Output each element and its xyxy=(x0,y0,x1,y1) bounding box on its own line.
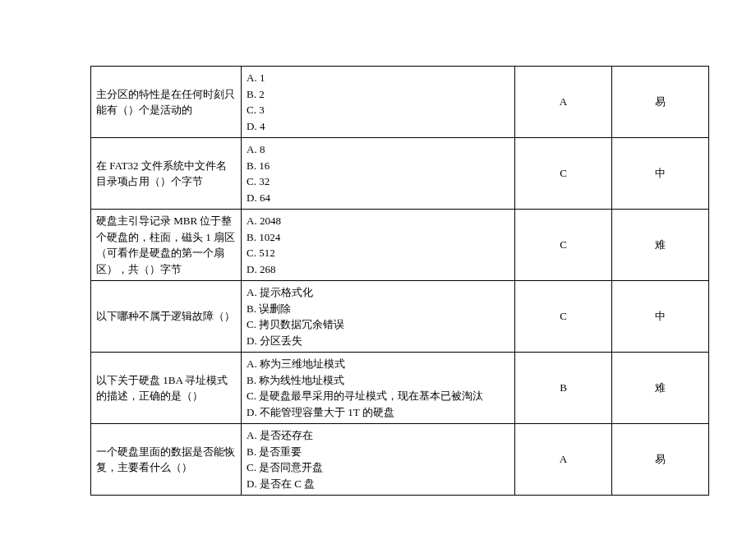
option-c: C. 3 xyxy=(247,102,509,118)
table-row: 一个硬盘里面的数据是否能恢复，主要看什么（） A. 是否还存在 B. 是否重要 … xyxy=(91,424,709,496)
option-a: A. 提示格式化 xyxy=(247,284,509,301)
option-a: A. 8 xyxy=(247,141,509,158)
options-cell: A. 2048 B. 1024 C. 512 D. 268 xyxy=(242,210,515,281)
question-table: 主分区的特性是在任何时刻只能有（）个是活动的 A. 1 B. 2 C. 3 D.… xyxy=(90,66,709,496)
table-row: 以下哪种不属于逻辑故障（） A. 提示格式化 B. 误删除 C. 拷贝数据冗余错… xyxy=(91,281,709,353)
option-a: A. 2048 xyxy=(247,213,509,229)
answer-cell: B xyxy=(515,353,612,424)
option-b: B. 称为线性地址模式 xyxy=(247,372,509,389)
option-d: D. 不能管理容量大于 1T 的硬盘 xyxy=(247,404,509,421)
option-b: B. 2 xyxy=(247,86,509,103)
options-cell: A. 8 B. 16 C. 32 D. 64 xyxy=(242,138,515,210)
option-b: B. 是否重要 xyxy=(247,444,509,460)
option-c: C. 是否同意开盘 xyxy=(247,459,509,476)
answer-cell: A xyxy=(515,424,612,496)
option-a: A. 是否还存在 xyxy=(247,427,509,444)
question-cell: 一个硬盘里面的数据是否能恢复，主要看什么（） xyxy=(91,424,242,496)
options-cell: A. 提示格式化 B. 误删除 C. 拷贝数据冗余错误 D. 分区丢失 xyxy=(242,281,515,353)
table-row: 在 FAT32 文件系统中文件名目录项占用（）个字节 A. 8 B. 16 C.… xyxy=(91,138,709,210)
table-row: 硬盘主引导记录 MBR 位于整个硬盘的，柱面，磁头 1 扇区（可看作是硬盘的第一… xyxy=(91,210,709,281)
table-row: 以下关于硬盘 1BA 寻址模式的描述，正确的是（） A. 称为三维地址模式 B.… xyxy=(91,353,709,424)
option-b: B. 误删除 xyxy=(247,301,509,317)
answer-cell: C xyxy=(515,138,612,210)
option-d: D. 4 xyxy=(247,118,509,135)
option-a: A. 1 xyxy=(247,70,509,86)
difficulty-cell: 中 xyxy=(612,281,709,353)
option-b: B. 16 xyxy=(247,158,509,174)
option-c: C. 拷贝数据冗余错误 xyxy=(247,316,509,333)
option-b: B. 1024 xyxy=(247,229,509,246)
options-cell: A. 1 B. 2 C. 3 D. 4 xyxy=(242,67,515,138)
question-cell: 以下哪种不属于逻辑故障（） xyxy=(91,281,242,353)
options-cell: A. 是否还存在 B. 是否重要 C. 是否同意开盘 D. 是否在 C 盘 xyxy=(242,424,515,496)
option-d: D. 64 xyxy=(247,190,509,206)
options-cell: A. 称为三维地址模式 B. 称为线性地址模式 C. 是硬盘最早采用的寻址模式，… xyxy=(242,353,515,424)
option-c: C. 512 xyxy=(247,245,509,261)
answer-cell: C xyxy=(515,281,612,353)
question-cell: 硬盘主引导记录 MBR 位于整个硬盘的，柱面，磁头 1 扇区（可看作是硬盘的第一… xyxy=(91,210,242,281)
table-row: 主分区的特性是在任何时刻只能有（）个是活动的 A. 1 B. 2 C. 3 D.… xyxy=(91,67,709,138)
question-cell: 以下关于硬盘 1BA 寻址模式的描述，正确的是（） xyxy=(91,353,242,424)
option-c: C. 32 xyxy=(247,173,509,190)
difficulty-cell: 中 xyxy=(612,138,709,210)
difficulty-cell: 易 xyxy=(612,424,709,496)
answer-cell: C xyxy=(515,210,612,281)
option-d: D. 是否在 C 盘 xyxy=(247,476,509,492)
answer-cell: A xyxy=(515,67,612,138)
difficulty-cell: 难 xyxy=(612,353,709,424)
difficulty-cell: 难 xyxy=(612,210,709,281)
difficulty-cell: 易 xyxy=(612,67,709,138)
option-d: D. 分区丢失 xyxy=(247,333,509,349)
option-c: C. 是硬盘最早采用的寻址模式，现在基本已被淘汰 xyxy=(247,388,509,404)
option-a: A. 称为三维地址模式 xyxy=(247,356,509,372)
question-cell: 在 FAT32 文件系统中文件名目录项占用（）个字节 xyxy=(91,138,242,210)
option-d: D. 268 xyxy=(247,261,509,278)
question-cell: 主分区的特性是在任何时刻只能有（）个是活动的 xyxy=(91,67,242,138)
